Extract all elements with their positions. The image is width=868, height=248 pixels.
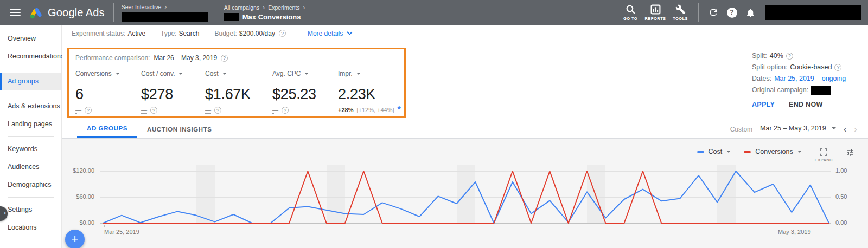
help-icon: ? [727,8,737,18]
dates-link[interactable]: Mar 25, 2019 – ongoing [774,73,846,84]
help-circle-icon[interactable]: ? [150,107,157,114]
sidebar-item-audiences[interactable]: Audiences [0,158,61,176]
next-period-button[interactable]: › [854,125,857,134]
metric-delta-range: [+12%, +44%] [356,107,394,113]
caret-down-icon [356,73,361,75]
chart-plot[interactable] [100,162,833,225]
reports-button[interactable]: REPORTS [643,4,668,21]
legend-series-cost[interactable]: Cost [697,148,731,160]
menu-icon[interactable] [10,9,21,16]
goto-search-button[interactable]: GO TO [618,4,643,21]
redacted-campaign-id [224,13,239,21]
notifications-button[interactable] [741,5,760,19]
legend-series-conversions[interactable]: Conversions [744,148,801,160]
experiment-status-bar: Experiment status: Active Type: Search B… [62,25,868,42]
tools-button[interactable]: TOOLS [668,4,693,21]
more-details-button[interactable]: More details [308,30,353,37]
chevron-down-icon [347,31,353,35]
chart-legend: Cost Conversions EXPAND [697,148,854,162]
caret-down-icon [222,73,227,75]
sidebar-item-ad-groups[interactable]: Ad groups [0,73,61,90]
chevron-right-icon: › [164,3,167,11]
metric-selector-cost[interactable]: Cost [205,70,227,81]
account-name[interactable]: Seer Interactive [122,4,162,10]
metric-cost-per-conv: Cost / conv. $278 —? [141,70,183,114]
chevron-right-icon: › [4,208,6,217]
x-axis-start-label: Mar 25, 2019 [104,229,139,235]
x-axis-end-label: May 3, 2019 [778,229,811,235]
help-circle-icon[interactable]: ? [221,55,228,62]
no-change-dash: — [272,107,278,114]
caret-down-icon [304,73,309,75]
sidebar-item-ads-extensions[interactable]: Ads & extensions [0,97,61,115]
conversions-series-swatch [744,151,751,153]
breadcrumb-all-campaigns[interactable]: All campaigns [224,4,259,11]
cost-series-swatch [697,151,704,153]
help-circle-icon[interactable]: ? [786,53,793,60]
cost-line [103,171,829,223]
experiment-status: Experiment status: Active [72,30,145,37]
metric-value: $1.67K [205,86,251,103]
no-change-dash: — [141,107,147,114]
y-axis-label-left: $0.00 [62,219,94,226]
caret-down-icon [178,73,183,75]
help-circle-icon[interactable]: ? [214,107,221,114]
add-fab-button[interactable]: + [65,230,85,248]
account-breadcrumb[interactable]: Seer Interactive › [114,3,216,22]
tab-ad-groups[interactable]: AD GROUPS [77,120,137,138]
metric-value: $278 [141,86,183,103]
metric-selector-impressions[interactable]: Impr. [338,70,361,81]
bell-icon [745,8,756,18]
help-circle-icon[interactable]: ? [279,30,286,37]
google-ads-app: GoogleAds Seer Interactive › All campaig… [0,0,868,248]
split-row: Split: 40% ? [752,50,846,62]
performance-chart-section: Cost Conversions EXPAND [62,139,868,248]
performance-comparison-box: Performance comparison: Mar 26 – May 3, … [67,48,406,118]
bar-chart-icon [650,4,661,15]
significance-asterisk-icon[interactable]: * [398,107,401,113]
end-now-button[interactable]: END NOW [789,101,823,108]
help-circle-icon[interactable]: ? [834,64,841,71]
search-icon [626,4,636,15]
caret-down-icon [726,151,731,153]
sidebar-item-demographics[interactable]: Demographics [0,176,61,194]
date-range-picker[interactable]: Mar 25 – May 3, 2019 [760,125,836,134]
metric-selector-avg-cpc[interactable]: Avg. CPC [272,70,309,81]
refresh-icon [708,7,719,18]
breadcrumb-experiments[interactable]: Experiments [268,4,299,11]
previous-period-button[interactable]: ‹ [844,125,847,134]
experiment-info-panel: Split: 40% ? Split option: Cookie-based … [743,47,846,116]
dates-row: Dates: Mar 25, 2019 – ongoing [752,73,846,84]
y-axis-label-left: $120.00 [62,167,94,174]
y-axis-label-right: 0.50 [835,193,847,200]
sidebar-item-landing-pages[interactable]: Landing pages [0,115,61,133]
logo-text: GoogleAds [48,6,105,19]
x-axis-tick [825,225,825,227]
metric-value: $25.23 [272,86,316,103]
metric-impressions: Impr. 2.23K +28% [+12%, +44%] * [338,70,401,113]
sidebar-item-settings[interactable]: Settings [0,201,61,219]
sidebar-item-keywords[interactable]: Keywords [0,140,61,158]
metric-selector-conversions[interactable]: Conversions [75,70,120,81]
tab-auction-insights[interactable]: AUCTION INSIGHTS [137,120,222,138]
sidebar-item-overview[interactable]: Overview [0,30,61,48]
apply-button[interactable]: APPLY [752,101,775,108]
expand-chart-button[interactable]: EXPAND [815,148,833,162]
redacted-account-info [765,5,861,20]
campaign-name[interactable]: Max Conversions [242,13,301,21]
chart-settings-button[interactable] [846,148,854,159]
no-change-dash: — [205,107,211,114]
refresh-button[interactable] [704,5,723,19]
metric-selector-cost-per-conv[interactable]: Cost / conv. [141,70,183,81]
divider [698,3,699,22]
help-button[interactable]: ? [723,5,741,19]
sidebar-item-locations[interactable]: Locations [0,219,61,237]
sidebar-item-recommendations[interactable]: Recommendations [0,48,61,66]
performance-comparison-title: Performance comparison: Mar 26 – May 3, … [75,54,228,62]
metric-avg-cpc: Avg. CPC $25.23 —? [272,70,316,114]
help-circle-icon[interactable]: ? [282,107,289,114]
date-range-type-label: Custom [730,126,752,133]
experiment-type: Type: Search [161,30,199,37]
plus-icon: + [72,232,79,246]
help-circle-icon[interactable]: ? [85,107,92,114]
